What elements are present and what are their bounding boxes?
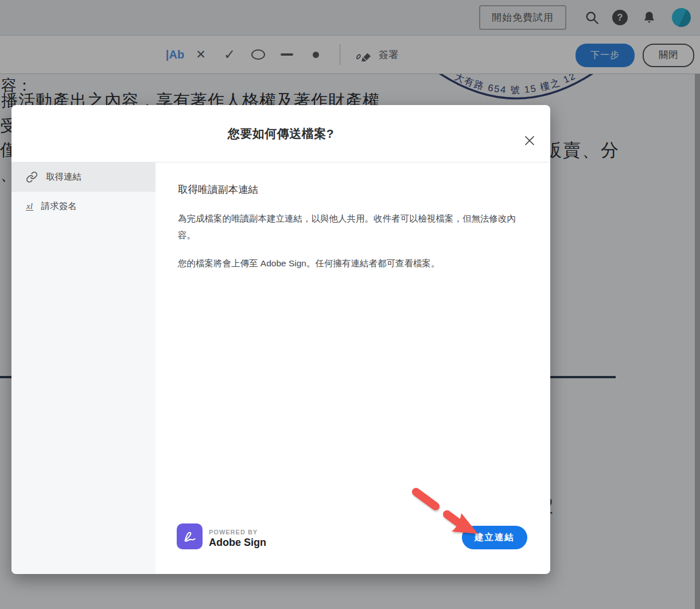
dialog-header: 您要如何傳送檔案? <box>11 105 550 162</box>
sidebar-item-request-signature[interactable]: xl 請求簽名 <box>11 192 155 221</box>
adobe-sign-logo-icon <box>177 523 203 549</box>
powered-by-label: POWERED BY <box>209 529 266 536</box>
close-icon[interactable] <box>523 134 536 147</box>
dialog-title: 您要如何傳送檔案? <box>228 126 334 142</box>
sidebar-item-label: 請求簽名 <box>41 200 77 212</box>
dialog-content: 取得唯讀副本連結 為完成檔案的唯讀副本建立連結，以與他人共用。收件者可以檢視檔案… <box>155 162 550 573</box>
content-paragraph: 您的檔案將會上傳至 Adobe Sign。任何擁有連結者都可查看檔案。 <box>178 255 523 271</box>
screen: 開始免費試用 ? |Ab ✕ ✓ <box>0 0 700 609</box>
signature-icon: xl <box>26 202 33 211</box>
sidebar-item-label: 取得連結 <box>46 171 81 183</box>
link-icon <box>26 171 38 183</box>
brand-name: Adobe Sign <box>209 537 266 549</box>
content-paragraph: 為完成檔案的唯讀副本建立連結，以與他人共用。收件者可以檢視檔案，但無法修改內容。 <box>178 210 523 243</box>
powered-by-block: POWERED BY Adobe Sign <box>177 523 266 549</box>
pointer-arrow <box>403 484 487 538</box>
content-heading: 取得唯讀副本連結 <box>178 183 527 196</box>
sidebar-item-get-link[interactable]: 取得連結 <box>11 162 155 192</box>
dialog-sidebar: 取得連結 xl 請求簽名 <box>11 162 155 573</box>
brand-text: POWERED BY Adobe Sign <box>209 529 266 549</box>
